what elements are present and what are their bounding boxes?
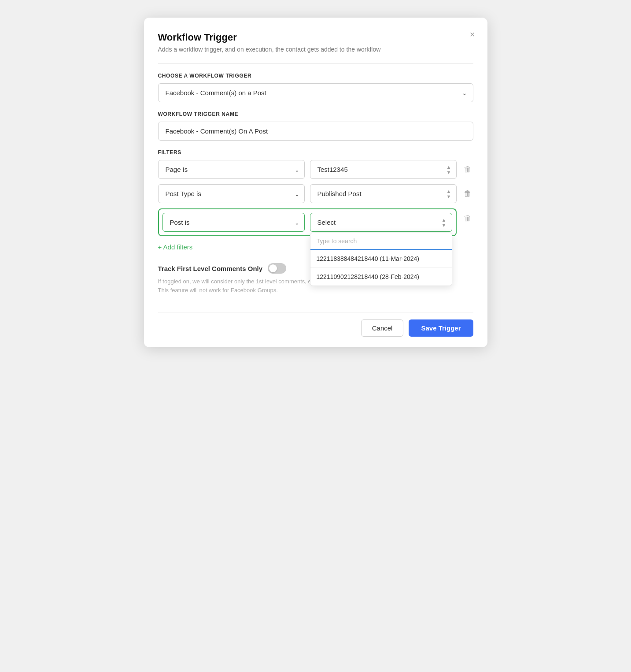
dropdown-item-1[interactable]: 122118388484218440 (11-Mar-2024) — [310, 250, 452, 268]
modal-subtitle: Adds a workflow trigger, and on executio… — [158, 46, 473, 53]
filter-2-right-wrapper: Published Post ▲ ▼ — [310, 184, 457, 203]
filter-3-left-select[interactable]: Post is — [162, 213, 305, 232]
filter-3-sort-arrows: ▲ ▼ — [442, 217, 446, 227]
trigger-name-label: WORKFLOW TRIGGER NAME — [158, 111, 473, 117]
dropdown-search-input[interactable] — [310, 233, 452, 250]
toggle-knob — [269, 264, 277, 272]
filter-row-2: Post Type is ⌄ Published Post ▲ ▼ 🗑 — [158, 184, 473, 203]
filter-1-delete-button[interactable]: 🗑 — [462, 163, 473, 176]
filter-3-left-wrapper: Post is ⌄ — [162, 213, 305, 232]
filter-1-left-select[interactable]: Page Is — [158, 160, 305, 179]
close-button[interactable]: × — [468, 28, 477, 41]
filter-3-delete-button[interactable]: 🗑 — [462, 212, 473, 225]
workflow-trigger-modal: × Workflow Trigger Adds a workflow trigg… — [144, 18, 487, 347]
dropdown-item-2[interactable]: 122110902128218440 (28-Feb-2024) — [310, 268, 452, 286]
modal-footer: Cancel Save Trigger — [158, 312, 473, 337]
cancel-button[interactable]: Cancel — [361, 319, 404, 337]
filter-2-left-wrapper: Post Type is ⌄ — [158, 184, 305, 203]
modal-title: Workflow Trigger — [158, 32, 473, 43]
filter-2-left-select[interactable]: Post Type is — [158, 184, 305, 203]
filter-row-1: Page Is ⌄ Test12345 ▲ ▼ 🗑 — [158, 160, 473, 179]
trigger-select-wrapper: Facebook - Comment(s) on a Post ⌄ — [158, 83, 473, 102]
header-divider — [158, 63, 473, 64]
trigger-name-section: WORKFLOW TRIGGER NAME — [158, 111, 473, 149]
filter-3-right-select[interactable]: Select ▲ ▼ — [310, 213, 452, 232]
trigger-select[interactable]: Facebook - Comment(s) on a Post — [158, 83, 473, 102]
add-filters-button[interactable]: + Add filters — [158, 241, 193, 252]
trigger-name-input[interactable] — [158, 122, 473, 141]
filter-1-left-wrapper: Page Is ⌄ — [158, 160, 305, 179]
filter-3-right-wrapper: Select ▲ ▼ 122118388484218440 (11-Mar-20… — [310, 213, 452, 232]
filter-3-dropdown-menu: 122118388484218440 (11-Mar-2024) 1221109… — [310, 233, 452, 286]
filter-3-right-value: Select — [317, 219, 336, 226]
save-trigger-button[interactable]: Save Trigger — [409, 319, 473, 337]
filter-2-right-select[interactable]: Published Post — [310, 184, 457, 203]
track-label: Track First Level Comments Only — [158, 265, 263, 272]
filter-2-delete-button[interactable]: 🗑 — [462, 187, 473, 200]
choose-trigger-section: CHOOSE A WORKFLOW TRIGGER Facebook - Com… — [158, 73, 473, 102]
track-description2-text: This feature will not work for Facebook … — [158, 287, 278, 293]
filter-1-right-select[interactable]: Test12345 — [310, 160, 457, 179]
filter-1-right-wrapper: Test12345 ▲ ▼ — [310, 160, 457, 179]
track-toggle[interactable] — [268, 263, 286, 274]
filter-row-3-container: Post is ⌄ Select ▲ ▼ 12211 — [158, 208, 473, 236]
filters-section: FILTERS Page Is ⌄ Test12345 ▲ ▼ 🗑 — [158, 149, 473, 236]
filters-label: FILTERS — [158, 149, 473, 156]
modal-header: Workflow Trigger Adds a workflow trigger… — [158, 32, 473, 53]
choose-trigger-label: CHOOSE A WORKFLOW TRIGGER — [158, 73, 473, 79]
filter-row-3-active: Post is ⌄ Select ▲ ▼ 12211 — [158, 208, 457, 236]
